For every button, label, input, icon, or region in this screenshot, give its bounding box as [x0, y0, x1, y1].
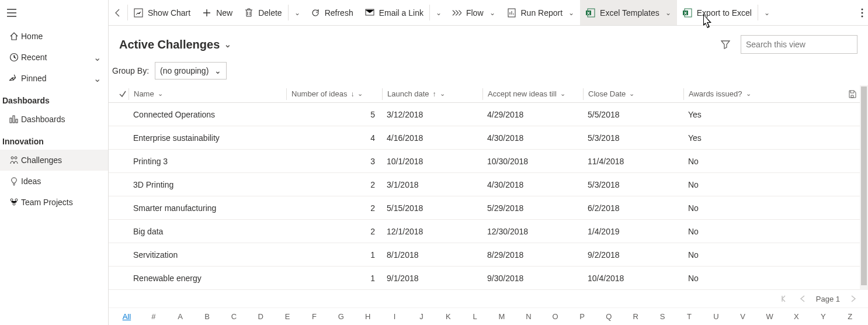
alpha-u[interactable]: U	[703, 312, 730, 321]
alpha-j[interactable]: J	[408, 312, 435, 321]
cell-launch: 8/1/2018	[382, 250, 482, 260]
cell-accept: 10/30/2018	[482, 157, 583, 166]
col-header-launch[interactable]: Launch date ↑ ⌄	[382, 88, 482, 100]
delete-button[interactable]: Delete	[238, 0, 287, 25]
cell-awards: No	[683, 274, 783, 283]
select-all-checkbox[interactable]	[112, 88, 129, 100]
run-report-button[interactable]: Run Report ⌄	[501, 0, 581, 25]
sidebar-item-pinned[interactable]: Pinned ⌄	[0, 68, 108, 89]
alpha-a[interactable]: A	[167, 312, 194, 321]
alpha-n[interactable]: N	[515, 312, 542, 321]
table-row[interactable]: 3D Printing23/1/20184/30/20185/3/2018No	[109, 173, 868, 196]
cell-name: Servitization	[129, 250, 286, 260]
chevron-down-icon: ⌄	[489, 9, 495, 17]
alpha-f[interactable]: F	[301, 312, 328, 321]
alpha-b[interactable]: B	[194, 312, 221, 321]
cell-num-ideas: 5	[286, 110, 382, 119]
alpha-w[interactable]: W	[756, 312, 783, 321]
table-row[interactable]: Enterprise sustainability44/16/20184/30/…	[109, 126, 868, 150]
view-selector[interactable]: Active Challenges ⌄	[119, 38, 231, 51]
alpha-q[interactable]: Q	[595, 312, 622, 321]
search-input[interactable]	[746, 40, 848, 49]
cell-num-ideas: 3	[286, 157, 382, 166]
alpha-t[interactable]: T	[676, 312, 703, 321]
show-chart-button[interactable]: Show Chart	[128, 0, 196, 25]
vertical-scrollbar[interactable]	[860, 85, 868, 290]
alpha-r[interactable]: R	[622, 312, 649, 321]
svg-point-6	[11, 199, 13, 201]
back-button[interactable]	[109, 0, 127, 25]
group-by-value: (no grouping)	[160, 66, 209, 75]
dashboard-icon	[7, 115, 21, 124]
new-button[interactable]: New	[196, 0, 238, 25]
cell-num-ideas: 2	[286, 227, 382, 236]
table-row[interactable]: Smarter manufacturing25/15/20185/29/2018…	[109, 196, 868, 220]
delete-dropdown[interactable]: ⌄	[289, 0, 305, 25]
next-page-icon[interactable]	[850, 295, 856, 302]
alpha-all[interactable]: All	[113, 312, 140, 321]
scrollbar-thumb[interactable]	[861, 87, 867, 285]
refresh-button[interactable]: Refresh	[305, 0, 359, 25]
flow-button[interactable]: Flow ⌄	[446, 0, 501, 25]
table-row[interactable]: Renewable energy19/1/20189/30/201810/4/2…	[109, 267, 868, 290]
sidebar-item-dashboards[interactable]: Dashboards	[0, 109, 108, 130]
save-icon[interactable]	[848, 90, 856, 98]
first-page-icon[interactable]	[781, 295, 789, 302]
alpha-e[interactable]: E	[274, 312, 301, 321]
export-dropdown[interactable]: ⌄	[758, 0, 775, 25]
alpha-i[interactable]: I	[381, 312, 408, 321]
pager: Page 1	[109, 290, 868, 307]
alpha-#[interactable]: #	[140, 312, 167, 321]
table-row[interactable]: Servitization18/1/20188/29/20189/2/2018N…	[109, 243, 868, 267]
alpha-k[interactable]: K	[435, 312, 461, 321]
chevron-down-icon: ⌄	[158, 90, 163, 98]
alpha-c[interactable]: C	[220, 312, 247, 321]
col-header-awards[interactable]: Awards issued? ⌄	[683, 88, 783, 100]
sidebar-item-challenges[interactable]: Challenges	[0, 150, 108, 171]
overflow-button[interactable]	[856, 0, 868, 25]
chevron-down-icon: ⌄	[294, 9, 300, 17]
svg-point-18	[862, 8, 863, 10]
cell-launch: 10/1/2018	[382, 157, 482, 166]
alpha-o[interactable]: O	[542, 312, 569, 321]
alpha-m[interactable]: M	[488, 312, 515, 321]
col-header-accept[interactable]: Accept new ideas till ⌄	[482, 88, 583, 100]
button-label: Excel Templates	[600, 8, 659, 18]
alpha-s[interactable]: S	[649, 312, 676, 321]
table-row[interactable]: Connected Operations53/12/20184/29/20185…	[109, 103, 868, 126]
email-link-button[interactable]: Email a Link	[359, 0, 429, 25]
alpha-d[interactable]: D	[247, 312, 274, 321]
sort-descending-icon: ↓	[350, 90, 354, 98]
check-icon	[119, 90, 127, 98]
table-row[interactable]: Printing 3310/1/201810/30/201811/4/2018N…	[109, 150, 868, 173]
col-header-close[interactable]: Close Date ⌄	[583, 88, 683, 100]
col-header-name[interactable]: Name ⌄	[129, 88, 286, 100]
alpha-l[interactable]: L	[461, 312, 488, 321]
trash-icon	[244, 8, 254, 18]
sidebar-item-home[interactable]: Home	[0, 26, 108, 47]
search-box[interactable]	[741, 35, 857, 54]
alpha-p[interactable]: P	[569, 312, 596, 321]
cell-name: Big data	[129, 227, 286, 236]
col-header-num-ideas[interactable]: Number of ideas ↓ ⌄	[286, 88, 382, 100]
alpha-g[interactable]: G	[328, 312, 355, 321]
svg-rect-1	[10, 118, 12, 123]
alpha-v[interactable]: V	[730, 312, 756, 321]
hamburger-button[interactable]	[0, 0, 108, 26]
filter-button[interactable]	[717, 36, 734, 53]
sidebar-item-label: Challenges	[21, 155, 101, 165]
email-dropdown[interactable]: ⌄	[430, 0, 446, 25]
sidebar-item-recent[interactable]: Recent ⌄	[0, 47, 108, 68]
table-row[interactable]: Big data212/1/201812/30/20181/4/2019No	[109, 220, 868, 243]
alpha-x[interactable]: X	[783, 312, 810, 321]
alpha-h[interactable]: H	[355, 312, 381, 321]
export-excel-button[interactable]: X Export to Excel	[677, 0, 758, 25]
excel-templates-button[interactable]: X Excel Templates ⌄	[580, 0, 677, 25]
sidebar-item-team-projects[interactable]: Team Projects	[0, 192, 108, 213]
alpha-z[interactable]: Z	[836, 312, 863, 321]
cell-awards: Yes	[683, 110, 783, 119]
prev-page-icon[interactable]	[800, 295, 805, 302]
group-by-select[interactable]: (no grouping) ⌄	[155, 62, 227, 79]
alpha-y[interactable]: Y	[810, 312, 836, 321]
sidebar-item-ideas[interactable]: Ideas	[0, 171, 108, 192]
